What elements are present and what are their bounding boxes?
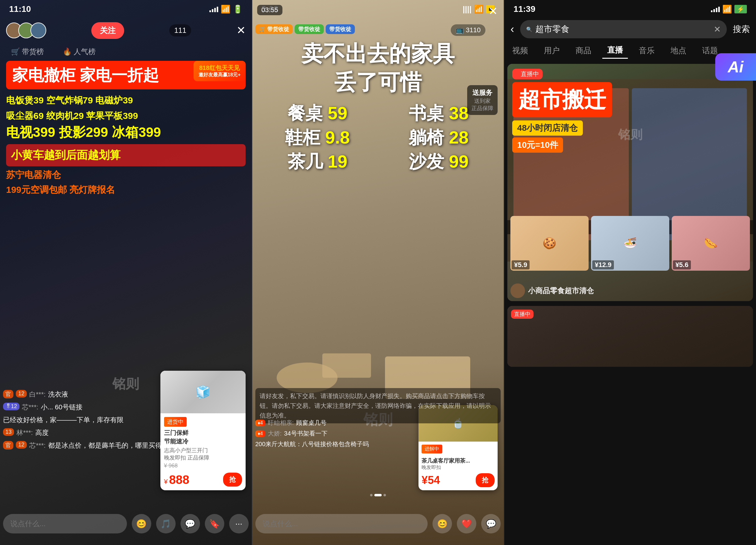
follow-button[interactable]: 关注: [91, 22, 124, 39]
item-label: 沙发: [409, 152, 444, 171]
product-thumb-3[interactable]: 🌭 ¥5.6: [672, 216, 750, 271]
item-shoecabinet: 鞋柜 9.8: [258, 127, 376, 148]
badge-delivery-2: 带货收徒: [295, 24, 324, 34]
live-comments-p2: ♦4 盱眙相亲: 顾窗桌几号 ♦4 大娇: 34号书架看一下 200来斤大航航：…: [255, 419, 501, 451]
comment-input-p2[interactable]: [255, 514, 428, 533]
panel-search: 11:39 📶 ⚡ ‹ 🔍 ✕ 搜索 Ai 视频 用户 商品 直播 音: [504, 0, 756, 545]
item-price: 19: [328, 152, 348, 171]
streamer-avatar-p1: [6, 23, 46, 38]
live-badge-card1: 直播中: [512, 69, 543, 79]
product-original-price: ¥ 968: [164, 461, 242, 470]
emoji-button[interactable]: 😊: [132, 514, 151, 533]
product-price-thumb2: ¥12.9: [592, 260, 614, 270]
top-nav-p1: 关注 111 ✕: [0, 18, 252, 43]
share-btn-p2[interactable]: 💬: [481, 514, 501, 533]
comments-p1: 官 12 白***: 洗衣液 🎖12 芯***: 小... 60号链接 已经改好…: [3, 390, 249, 454]
overlay-text-p2: 卖不出去的家具 丢了可惜 餐桌 59 书桌 38 鞋柜 9.8 躺椅 28 茶几…: [258, 40, 498, 172]
item-price: 99: [449, 152, 469, 171]
p2-title-line2: 丢了可惜: [258, 68, 498, 97]
delivery-service-badge: 送服务 送到家正品保障: [467, 85, 498, 115]
item-price: 9.8: [325, 128, 350, 147]
live-dot: [516, 73, 519, 76]
item-sofa: 沙发 99: [380, 151, 498, 172]
product-name-p2: 茶几桌客厅家用茶...: [422, 457, 495, 464]
product-sub-p2: 晚发即扣: [422, 464, 495, 471]
search-input-p3[interactable]: [535, 24, 711, 34]
panel-electronics: 11:10 📶 🔋 关注 111 ✕ 🛒 带货榜: [0, 0, 252, 545]
heart-btn-p2[interactable]: ❤️: [457, 514, 476, 533]
music-button[interactable]: 🎵: [156, 514, 176, 533]
live-comment-row: ♦4 大娇: 34号书架看一下: [255, 429, 501, 438]
live-section-p3: 直播中 👍 1207 超市搬迁 48小时闭店清仓 10元=10件 铭则: [504, 61, 756, 370]
badge-delivery-1: 🛒 带货收徒: [255, 24, 293, 34]
close-button-p1[interactable]: ✕: [236, 24, 246, 37]
product-thumb-2[interactable]: 🍜 ¥12.9: [591, 216, 669, 271]
price-prefix: ¥: [164, 478, 168, 485]
product-price-thumb1: ¥5.9: [512, 260, 530, 270]
live-comment-row: ♦4 盱眙相亲: 顾窗桌几号: [255, 419, 501, 427]
tab-delivery-rank[interactable]: 🛒 带货榜: [6, 43, 49, 61]
search-icon-p3: 🔍: [526, 26, 532, 32]
bookmark-button[interactable]: 🔖: [205, 514, 224, 533]
promo-sub: 苏宁电器清仓: [6, 169, 246, 181]
delivery-sub: 送到家正品保障: [471, 97, 493, 112]
grab-button-p2[interactable]: 抢: [476, 473, 495, 487]
item-price: 59: [328, 103, 348, 123]
live-tabs-p1: 🛒 带货榜 🔥 人气榜: [0, 43, 252, 61]
more-button[interactable]: ···: [229, 514, 249, 533]
item-label: 鞋柜: [285, 128, 320, 147]
status-bar-p3: 11:39 📶 ⚡: [504, 0, 756, 18]
super-sub1: 48小时闭店清仓: [512, 121, 583, 136]
timer-badge: 03:55: [257, 5, 282, 15]
wifi-icon-p3: 📶: [722, 5, 732, 14]
product-thumb-1[interactable]: 🍪 ¥5.9: [510, 216, 589, 271]
battery-icon: 🔋: [233, 5, 243, 14]
wifi-icon-p2: 📶: [474, 5, 484, 14]
channel-avatar: [510, 283, 525, 298]
item-label: 餐桌: [288, 103, 323, 123]
grab-button-p1[interactable]: 抢: [223, 473, 242, 487]
p1-818-badge: 818红包天天见 邀好友最高赢18元+: [194, 61, 246, 81]
viewer-count-label: 111: [174, 26, 186, 35]
search-button-p3[interactable]: 搜索: [730, 23, 753, 35]
viewer-count-p1: 111: [169, 24, 191, 37]
tab-music[interactable]: 音乐: [634, 43, 660, 58]
avatar-3[interactable]: [30, 23, 46, 38]
comment-row: 已经改好价格，家———下单，库存有限: [3, 415, 249, 424]
tab-video[interactable]: 视频: [507, 43, 533, 58]
cart-icon: 🛒: [11, 47, 20, 56]
tab-users[interactable]: 用户: [539, 43, 565, 58]
back-button-p3[interactable]: ‹: [507, 23, 517, 36]
channel-info-card1: 小商品零食超市清仓: [510, 283, 750, 298]
search-input-wrap[interactable]: 🔍 ✕: [520, 20, 727, 38]
emoji-btn-p2[interactable]: 😊: [432, 514, 452, 533]
channel-name: 小商品零食超市清仓: [528, 286, 594, 295]
share-button[interactable]: 💬: [180, 514, 200, 533]
super-sub2: 10元=10件: [512, 138, 563, 153]
promo-highlight: 电视399 投影299 冰箱399: [6, 124, 246, 141]
signal-p2: ||||: [463, 5, 471, 14]
badge-delivery-3: 带货收徒: [326, 24, 355, 34]
tab-products[interactable]: 商品: [571, 43, 596, 58]
viewer-icon-p2: 📺: [456, 26, 464, 34]
comment-input-p1[interactable]: [3, 514, 127, 533]
comment-row: 官 12 白***: 洗衣液: [3, 390, 249, 399]
live-card-2[interactable]: 直播中: [507, 306, 753, 367]
top-badges-p2: 🛒 带货收徒 带货收徒 带货收徒: [255, 24, 355, 34]
product-price-p1: 888: [169, 473, 189, 486]
clear-search-icon[interactable]: ✕: [714, 24, 721, 34]
comment-row: 13 林***: 高度: [3, 428, 249, 437]
cart-icon-small: 🛒: [259, 26, 266, 32]
tab-location[interactable]: 地点: [666, 43, 691, 58]
status-icons-p3: 📶 ⚡: [711, 5, 747, 14]
tab-popularity-rank[interactable]: 🔥 人气榜: [58, 43, 100, 61]
live-card-1[interactable]: 直播中 👍 1207 超市搬迁 48小时闭店清仓 10元=10件 铭则: [507, 64, 753, 301]
promo-cta: 小黄车越到后面越划算: [6, 144, 246, 166]
status-bar-p2: 3:03 |||| 📶 ■: [252, 0, 504, 18]
close-btn-p2[interactable]: ✕: [488, 5, 498, 18]
tab-live[interactable]: 直播: [602, 42, 628, 59]
ai-badge[interactable]: Ai: [715, 53, 756, 81]
item-price: 28: [449, 128, 469, 147]
bottom-bar-p1: 😊 🎵 💬 🔖 ···: [3, 508, 249, 539]
delivery-label: 送服务: [471, 88, 493, 97]
